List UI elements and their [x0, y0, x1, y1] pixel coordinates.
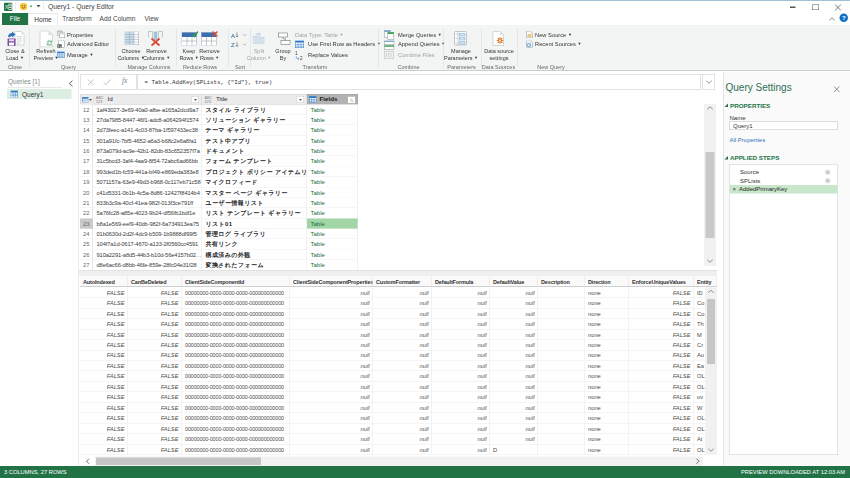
svg-text:2: 2	[300, 56, 303, 61]
svg-text:1: 1	[295, 51, 298, 56]
svg-text:A: A	[231, 33, 235, 39]
